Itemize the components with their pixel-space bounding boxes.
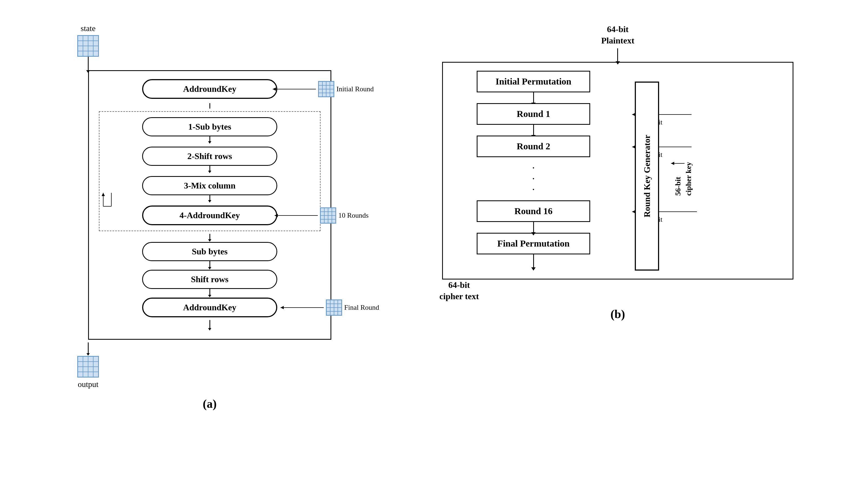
- diagram-a: state AddroundKey: [34, 24, 385, 411]
- state-grid-icon: [77, 35, 99, 57]
- diagram-a-label: (a): [203, 397, 216, 411]
- initial-perm-box: Initial Permutation: [477, 71, 590, 92]
- svg-marker-3: [275, 214, 278, 217]
- ciphertext-label: 64-bit cipher text: [439, 280, 479, 302]
- sub-bytes-1-box: 1-Sub bytes: [142, 117, 277, 136]
- rkg-label: Round Key Generator: [642, 135, 652, 217]
- output-label: output: [78, 380, 99, 389]
- rounds-section: 1-Sub bytes 2-Shift rows: [99, 111, 320, 231]
- addroundkey-mid-box: 4-AddroundKey: [142, 205, 277, 225]
- round16-box: Round 16: [477, 200, 590, 222]
- cipher-key-label: 56-bit cipher key: [673, 162, 694, 196]
- initial-key-grid: [318, 81, 334, 97]
- plaintext-label: 64-bit Plaintext: [601, 24, 634, 46]
- shift-rows-1-box: 2-Shift rows: [142, 147, 277, 166]
- dots: ···: [532, 163, 535, 195]
- b-main-column: Initial Permutation Round 1 K1: [459, 71, 608, 270]
- diagram-b-label: (b): [611, 307, 625, 321]
- svg-marker-1: [273, 88, 276, 91]
- sub-bytes-final-box: Sub bytes: [142, 242, 277, 261]
- final-round-grid: [326, 299, 342, 316]
- addroundkey-top-box: AddroundKey: [142, 79, 277, 99]
- state-label: state: [81, 24, 96, 33]
- shift-rows-final-box: Shift rows: [142, 270, 277, 289]
- final-perm-box: Final Permutation: [477, 233, 590, 254]
- ten-rounds-grid: [320, 207, 336, 224]
- round1-box: Round 1: [477, 103, 590, 125]
- round2-box: Round 2: [477, 135, 590, 157]
- output-grid-icon: [77, 356, 99, 378]
- initial-round-label: Initial Round: [336, 85, 374, 93]
- addroundkey-final-box: AddroundKey: [142, 298, 277, 317]
- mix-column-box: 3-Mix column: [142, 176, 277, 195]
- diagram-b: 64-bit Plaintext Initial Permutation Rou…: [402, 24, 834, 321]
- rkg-box: Round Key Generator: [635, 82, 659, 270]
- diagram-b-box: Initial Permutation Round 1 K1: [442, 62, 794, 280]
- final-round-label: Final Round: [344, 303, 379, 312]
- svg-marker-9: [280, 306, 284, 309]
- svg-marker-7: [102, 193, 105, 196]
- ten-rounds-label: 10 Rounds: [338, 212, 369, 220]
- page: state AddroundKey: [15, 13, 853, 472]
- diagram-a-box: AddroundKey: [88, 70, 331, 340]
